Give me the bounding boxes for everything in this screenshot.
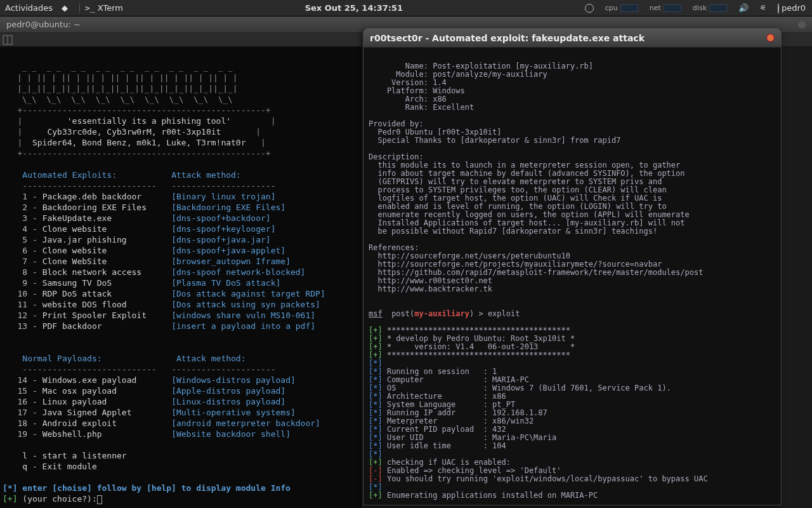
provided-head: Provided by:: [369, 119, 424, 128]
provided-list: Pedr0 Ubuntu [r00t-3xp10it] Special Than…: [369, 128, 620, 145]
gnome-top-bar: Actividades ◆ >_ XTerm Sex Out 25, 14:37…: [0, 0, 812, 17]
heading-method-1: Attack method:: [171, 170, 241, 180]
credits-2: Spider64, Bond Benz, m0k1, Luke, T3rm!na…: [32, 138, 246, 147]
disk-indicator[interactable]: disk: [693, 4, 727, 12]
active-app[interactable]: >_ XTerm: [79, 3, 123, 13]
run-output: [+] ************************************…: [369, 326, 708, 500]
clock[interactable]: Sex Out 25, 14:37:51: [123, 3, 585, 13]
main-terminal[interactable]: _ _ _ _ _ _ _ _ _ _ _ _ _ _ _ _ _ _ | | …: [0, 47, 362, 508]
info-name: Post-exploitation [my-auxiliary.rb]: [433, 62, 593, 70]
option-quit: q - Exit module: [22, 462, 96, 471]
info-version: 1.4: [433, 78, 447, 87]
split-layout-icon[interactable]: [3, 35, 13, 45]
user-menu[interactable]: pedr0: [778, 3, 806, 13]
option-listener: l - start a listenner: [22, 451, 126, 460]
close-icon[interactable]: [766, 34, 775, 42]
popup-terminal[interactable]: Name: Post-exploitation [my-auxiliary.rb…: [363, 48, 781, 506]
exploit-output-window: r00tsect0r - Automated exploit: fakeupda…: [363, 28, 782, 505]
xterm-icon: >_: [85, 3, 95, 13]
xterm-label: XTerm: [98, 3, 123, 13]
app-menu-icon[interactable]: ◆: [62, 3, 68, 13]
heading-exploits: Automated Exploits:: [22, 170, 117, 180]
info-module: post/analyze/my-auxiliary: [433, 70, 547, 79]
msf-post: post(: [391, 309, 414, 318]
exploits-list: 1 - Package.deb backdoor [Binary linux t…: [3, 192, 325, 331]
wifi-icon[interactable]: ⚟: [760, 4, 766, 12]
close-window-button[interactable]: [798, 21, 806, 29]
msf-prompt: msf: [369, 309, 383, 318]
refs-list: http://sourceforge.net/users/peterubuntu…: [369, 251, 703, 293]
popup-title: r00tsect0r - Automated exploit: fakeupda…: [370, 33, 645, 43]
desc-body: this module its to launch in a meterpret…: [369, 161, 690, 236]
refs-head: References:: [369, 243, 419, 252]
cpu-indicator[interactable]: cpu: [605, 4, 638, 12]
msf-cmd: exploit: [488, 309, 520, 318]
heading-payloads: Normal Payloads:: [22, 354, 102, 363]
window-title: pedr0@ubuntu: ~: [6, 20, 81, 29]
credits-1: Cyb33rc0de, Cyb3rw0rM, r00t-3xp10it: [47, 127, 221, 137]
prompt-prefix: [+]: [3, 494, 22, 504]
cursor: [97, 495, 102, 504]
activities-button[interactable]: Actividades: [5, 3, 53, 13]
info-platform: Windows: [433, 86, 465, 95]
hint-line: [*] enter [choise] follow by [help] to d…: [3, 483, 291, 493]
msf-close: ) >: [469, 309, 488, 318]
payloads-list: 14 - Windows.exe payload [Windows-distro…: [3, 375, 320, 439]
volume-icon[interactable]: 🔊: [738, 3, 749, 13]
ascii-banner: _ _ _ _ _ _ _ _ _ _ _ _ _ _ _ _ _ _ | | …: [3, 63, 238, 104]
net-indicator[interactable]: net: [650, 4, 681, 12]
msf-module: my-auxiliary: [414, 309, 469, 318]
accessibility-icon[interactable]: [585, 4, 594, 13]
prompt-text: (your choice?):: [22, 494, 96, 504]
desc-head: Description:: [369, 152, 424, 161]
popup-titlebar[interactable]: r00tsect0r - Automated exploit: fakeupda…: [363, 29, 781, 48]
banner-tagline: 'essentially its a phishing tool': [67, 116, 231, 126]
heading-method-2: Attack method:: [176, 354, 246, 363]
info-arch: x86: [433, 95, 447, 104]
info-rank: Excellent: [433, 103, 474, 112]
